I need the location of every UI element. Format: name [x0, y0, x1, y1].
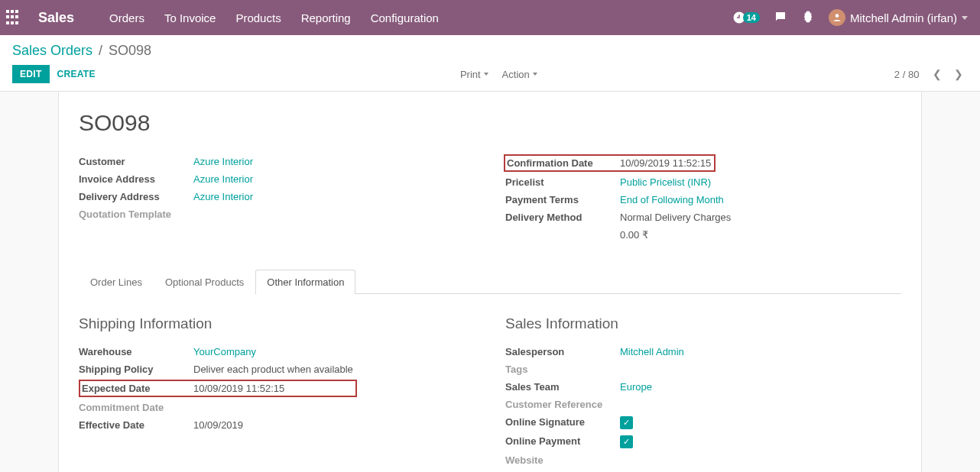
website-value — [620, 454, 901, 466]
customer-reference-label: Customer Reference — [505, 399, 620, 410]
pager-position: 2 / 80 — [894, 69, 920, 80]
main-menu: Orders To Invoice Products Reporting Con… — [109, 11, 439, 24]
menu-reporting[interactable]: Reporting — [301, 11, 351, 24]
svg-point-0 — [836, 14, 839, 18]
sales-team-value[interactable]: Europe — [620, 381, 901, 393]
shipping-heading: Shipping Information — [79, 315, 475, 332]
effective-date-value: 10/09/2019 — [193, 419, 475, 431]
form-sheet: SO098 Customer Azure Interior Invoice Ad… — [58, 92, 922, 472]
left-column: Customer Azure Interior Invoice Address … — [79, 153, 475, 244]
breadcrumb-current: SO098 — [109, 43, 151, 59]
confirmation-date-highlight: Confirmation Date 10/09/2019 11:52:15 — [504, 154, 716, 172]
expected-date-value: 10/09/2019 11:52:15 — [193, 383, 355, 394]
activity-count: 14 — [743, 12, 760, 23]
quotation-template-value — [193, 209, 475, 220]
pager: 2 / 80 ❮ ❯ — [894, 68, 968, 80]
pricelist-label: Pricelist — [505, 176, 620, 188]
effective-date-label: Effective Date — [79, 419, 193, 431]
app-brand[interactable]: Sales — [38, 10, 74, 26]
breadcrumb: Sales Orders / SO098 — [12, 43, 968, 59]
caret-down-icon — [962, 16, 968, 20]
debug-icon[interactable] — [801, 10, 815, 26]
avatar — [829, 9, 845, 26]
top-nav: Sales Orders To Invoice Products Reporti… — [0, 0, 980, 35]
shipping-policy-value: Deliver each product when available — [193, 364, 475, 375]
action-dropdown[interactable]: Action — [502, 69, 537, 80]
sales-team-label: Sales Team — [505, 381, 620, 393]
pager-prev[interactable]: ❮ — [928, 66, 946, 82]
online-signature-value: ✓ — [620, 416, 901, 429]
payment-terms-value[interactable]: End of Following Month — [620, 194, 901, 205]
menu-to-invoice[interactable]: To Invoice — [164, 11, 216, 24]
record-title: SO098 — [79, 110, 901, 136]
customer-label: Customer — [79, 156, 193, 167]
delivery-method-label: Delivery Method — [505, 212, 620, 223]
tab-optional-products[interactable]: Optional Products — [154, 270, 255, 294]
control-panel: Sales Orders / SO098 EDIT CREATE Print A… — [0, 35, 980, 92]
shipping-section: Shipping Information Warehouse YourCompa… — [79, 315, 475, 469]
tags-label: Tags — [505, 364, 620, 375]
online-payment-label: Online Payment — [505, 435, 620, 448]
tab-order-lines[interactable]: Order Lines — [79, 270, 154, 294]
menu-orders[interactable]: Orders — [109, 11, 144, 24]
sales-info-heading: Sales Information — [505, 315, 901, 332]
confirmation-date-value: 10/09/2019 11:52:15 — [620, 157, 711, 169]
customer-value[interactable]: Azure Interior — [193, 156, 475, 167]
website-label: Website — [505, 454, 620, 466]
delivery-method-value: Normal Delivery Charges — [620, 212, 901, 223]
tags-value — [620, 364, 901, 375]
expected-date-highlight: Expected Date 10/09/2019 11:52:15 — [79, 380, 357, 397]
payment-terms-label: Payment Terms — [505, 194, 620, 205]
check-icon: ✓ — [620, 416, 633, 429]
sales-info-section: Sales Information Salesperson Mitchell A… — [505, 315, 901, 469]
pricelist-value[interactable]: Public Pricelist (INR) — [620, 176, 901, 188]
right-column: Confirmation Date 10/09/2019 11:52:15 Pr… — [505, 153, 901, 244]
caret-down-icon — [484, 73, 488, 76]
breadcrumb-root[interactable]: Sales Orders — [12, 43, 92, 59]
check-icon: ✓ — [620, 435, 633, 448]
print-dropdown[interactable]: Print — [460, 69, 488, 80]
invoice-address-label: Invoice Address — [79, 173, 193, 185]
caret-down-icon — [533, 73, 537, 76]
menu-products[interactable]: Products — [235, 11, 281, 24]
breadcrumb-sep: / — [99, 43, 102, 59]
edit-button[interactable]: EDIT — [12, 65, 50, 83]
create-button[interactable]: CREATE — [50, 65, 103, 83]
apps-icon[interactable] — [6, 10, 21, 25]
warehouse-value[interactable]: YourCompany — [193, 346, 475, 357]
commitment-date-value — [193, 402, 475, 413]
confirmation-date-label: Confirmation Date — [507, 157, 620, 169]
user-name: Mitchell Admin (irfan) — [850, 11, 957, 24]
nav-right: 14 Mitchell Admin (irfan) — [732, 9, 968, 26]
tabs: Order Lines Optional Products Other Info… — [79, 270, 901, 294]
salesperson-value[interactable]: Mitchell Admin — [620, 346, 901, 357]
warehouse-label: Warehouse — [79, 346, 193, 357]
shipping-policy-label: Shipping Policy — [79, 364, 193, 375]
menu-configuration[interactable]: Configuration — [371, 11, 439, 24]
delivery-cost-value: 0.00 ₹ — [620, 229, 901, 241]
user-menu[interactable]: Mitchell Admin (irfan) — [829, 9, 968, 26]
tab-other-information[interactable]: Other Information — [255, 270, 355, 294]
quotation-template-label: Quotation Template — [79, 209, 193, 220]
expected-date-label: Expected Date — [80, 383, 193, 394]
activity-icon[interactable]: 14 — [732, 11, 760, 24]
pager-next[interactable]: ❯ — [949, 66, 968, 82]
invoice-address-value[interactable]: Azure Interior — [193, 173, 475, 185]
online-payment-value: ✓ — [620, 435, 901, 448]
salesperson-label: Salesperson — [505, 346, 620, 357]
commitment-date-label: Commitment Date — [79, 402, 193, 413]
customer-reference-value — [620, 399, 901, 410]
delivery-address-label: Delivery Address — [79, 191, 193, 202]
delivery-address-value[interactable]: Azure Interior — [193, 191, 475, 202]
online-signature-label: Online Signature — [505, 416, 620, 429]
discuss-icon[interactable] — [774, 10, 787, 26]
